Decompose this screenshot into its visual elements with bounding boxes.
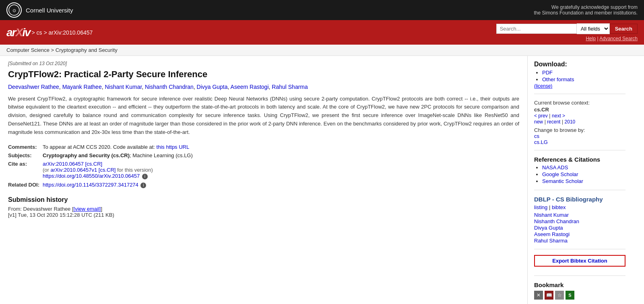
top-bar: ⊙ Cornell University We gratefully ackno… — [0, 0, 644, 20]
search-button[interactable]: Search — [610, 24, 638, 34]
related-doi-link[interactable]: https://doi.org/10.1145/3372297.3417274 — [43, 182, 138, 188]
nasa-ads-item: NASA ADS — [542, 164, 625, 170]
semantic-scholar-link[interactable]: Semantic Scholar — [542, 178, 583, 184]
help-link[interactable]: Help — [586, 36, 596, 41]
search-area: All fields Search Help | Advanced Search — [496, 23, 638, 41]
arxiv-bar: arXiv > cs > arXiv:2010.06457 All fields… — [0, 20, 644, 45]
download-section: Download: PDF Other formats (license) — [534, 61, 625, 94]
dblp-listing-link[interactable]: listing — [534, 204, 547, 210]
bookmark-icon-4[interactable]: S — [566, 291, 574, 300]
browse-new[interactable]: new — [534, 119, 543, 125]
comments-label: Comments: — [8, 143, 43, 152]
paper-title: CrypTFlow2: Practical 2-Party Secure Inf… — [8, 69, 519, 80]
bookmark-heading: Bookmark — [534, 281, 625, 288]
author-nishant[interactable]: Nishant Kumar — [105, 84, 142, 90]
browse-year[interactable]: 2010 — [565, 119, 576, 125]
paper-body: [Submitted on 13 Oct 2020] CrypTFlow2: P… — [0, 56, 527, 304]
acknowledgment: We gratefully acknowledge support from t… — [534, 4, 638, 16]
browse-cs-link[interactable]: cs — [534, 133, 625, 139]
google-scholar-link[interactable]: Google Scholar — [542, 171, 578, 177]
dblp-author4[interactable]: Aseem Rastogi — [534, 231, 625, 237]
meta-row-cite: Cite as: arXiv:2010.06457 [cs.CR] (or ar… — [8, 160, 196, 181]
bookmark-icon-1[interactable]: ✕ — [534, 291, 543, 300]
bookmark-icons: ✕ 📖 ☆ S — [534, 291, 625, 300]
bookmark-icon-2[interactable]: 📖 — [545, 291, 553, 300]
bookmark-icon-3[interactable]: ☆ — [555, 291, 564, 300]
refs-heading: References & Citations — [534, 156, 625, 163]
nasa-ads-link[interactable]: NASA ADS — [542, 164, 568, 170]
cornell-identity: ⊙ Cornell University — [6, 2, 73, 18]
advanced-search-link[interactable]: Advanced Search — [599, 36, 638, 41]
dblp-author5[interactable]: Rahul Sharma — [534, 238, 625, 244]
dblp-bibtex-link[interactable]: bibtex — [552, 204, 566, 210]
browse-prev[interactable]: < prev — [534, 113, 548, 119]
google-scholar-item: Google Scholar — [542, 171, 625, 177]
browse-csLG-link[interactable]: cs.LG — [534, 139, 625, 145]
other-formats-item: Other formats — [542, 76, 625, 82]
author-rahul[interactable]: Rahul Sharma — [272, 84, 308, 90]
dblp-author2[interactable]: Nishanth Chandran — [534, 218, 625, 224]
cite-arxiv-link[interactable]: arXiv:2010.06457 [cs.CR] — [43, 161, 102, 167]
sidebar: Download: PDF Other formats (license) Cu… — [527, 56, 632, 304]
export-section: Export Bibtex Citation — [534, 255, 625, 276]
comments-link[interactable]: this https URL — [157, 144, 190, 150]
author-nishanth[interactable]: Nishanth Chandran — [145, 84, 194, 90]
doi-info-icon[interactable]: i — [142, 174, 148, 179]
browse-recent[interactable]: recent — [547, 119, 560, 125]
refs-list: NASA ADS Google Scholar Semantic Scholar — [534, 164, 625, 184]
main-content: [Submitted on 13 Oct 2020] CrypTFlow2: P… — [0, 56, 644, 304]
cite-value: arXiv:2010.06457 [cs.CR] (or arXiv:2010.… — [43, 160, 196, 181]
search-row: All fields Search — [496, 23, 638, 34]
dblp-author3[interactable]: Divya Gupta — [534, 225, 625, 231]
browse-context-section: Current browse context: cs.CR < prev | n… — [534, 100, 625, 150]
refs-section: References & Citations NASA ADS Google S… — [534, 156, 625, 190]
cite-v1-link[interactable]: arXiv:2010.06457v1 [cs.CR] — [51, 167, 116, 173]
pdf-item: PDF — [542, 70, 625, 76]
browse-label: Current browse context: — [534, 100, 625, 106]
search-field-select[interactable]: All fields — [577, 23, 610, 34]
dblp-section: DBLP - CS Bibliography listing | bibtex … — [534, 196, 625, 249]
subjects-label: Subjects: — [8, 152, 43, 160]
other-formats-link[interactable]: Other formats — [542, 76, 574, 82]
abstract: We present CrypTFlow2, a cryptographic f… — [8, 95, 519, 137]
comments-value: To appear at ACM CCS 2020. Code availabl… — [43, 143, 196, 152]
breadcrumb: > cs > arXiv:2010.06457 — [32, 29, 93, 36]
pdf-link[interactable]: PDF — [542, 70, 553, 76]
subject-line: Computer Science > Cryptography and Secu… — [0, 45, 644, 56]
bookmark-section: Bookmark ✕ 📖 ☆ S — [534, 281, 625, 304]
license-link[interactable]: (license) — [534, 83, 552, 89]
arxiv-logo-area: arXiv > cs > arXiv:2010.06457 — [6, 26, 93, 39]
submission-history: Submission history From: Deevashwer Rath… — [8, 196, 519, 218]
author-aseem[interactable]: Aseem Rastogi — [231, 84, 269, 90]
download-heading: Download: — [534, 61, 625, 68]
browse-next[interactable]: next > — [552, 113, 565, 119]
submitted-date: [Submitted on 13 Oct 2020] — [8, 61, 519, 66]
view-email-link[interactable]: [view email] — [74, 206, 101, 212]
meta-table: Comments: To appear at ACM CCS 2020. Cod… — [8, 143, 196, 190]
author-mayank[interactable]: Mayank Rathee — [62, 84, 102, 90]
meta-row-related-doi: Related DOI: https://doi.org/10.1145/337… — [8, 181, 196, 190]
export-bibtex-button[interactable]: Export Bibtex Citation — [534, 255, 625, 267]
search-input[interactable] — [496, 24, 577, 34]
authors-list: Deevashwer Rathee, Mayank Rathee, Nishan… — [8, 84, 519, 90]
subjects-value: Cryptography and Security (cs.CR); Machi… — [43, 152, 196, 160]
dblp-authors: Nishant Kumar Nishanth Chandran Divya Gu… — [534, 212, 625, 244]
author-divya[interactable]: Divya Gupta — [197, 84, 228, 90]
related-doi-value: https://doi.org/10.1145/3372297.3417274 … — [43, 181, 196, 190]
related-doi-label: Related DOI: — [8, 181, 43, 190]
cite-or-note: (or — [43, 167, 51, 173]
license-note: (license) — [534, 83, 625, 89]
dblp-heading: DBLP - CS Bibliography — [534, 196, 625, 203]
related-doi-info-icon[interactable]: i — [140, 183, 146, 188]
author-deevashwer[interactable]: Deevashwer Rathee — [8, 84, 59, 90]
browse-nav: < prev | next > new | recent | 2010 — [534, 113, 625, 125]
dblp-author1[interactable]: Nishant Kumar — [534, 212, 625, 218]
dblp-links: listing | bibtex — [534, 204, 625, 210]
svg-text:⊙: ⊙ — [12, 8, 16, 13]
cornell-logo: ⊙ — [6, 2, 22, 18]
meta-row-subjects: Subjects: Cryptography and Security (cs.… — [8, 152, 196, 160]
submission-history-title: Submission history — [8, 196, 519, 203]
doi-link[interactable]: https://doi.org/10.48550/arXiv.2010.0645… — [43, 173, 140, 179]
cornell-name-text: Cornell University — [26, 7, 73, 14]
download-list: PDF Other formats — [534, 70, 625, 82]
